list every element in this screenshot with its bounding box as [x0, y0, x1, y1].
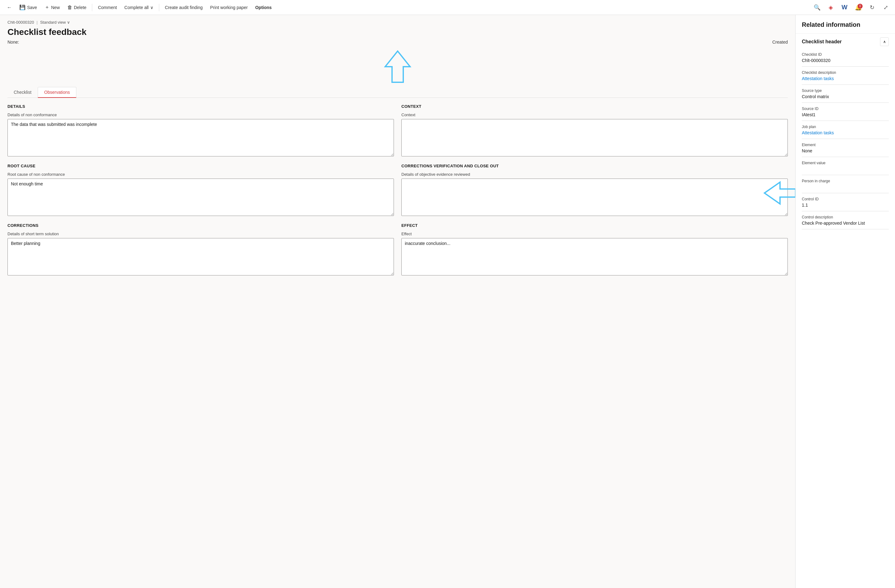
panel-field-value-4[interactable]: Attestation tasks	[802, 130, 889, 139]
tabs: Checklist Observations	[8, 87, 788, 98]
status-value: Created	[772, 39, 788, 45]
context-field-row: Context	[401, 112, 788, 158]
effect-textarea[interactable]	[401, 238, 788, 276]
corrections-verify-textarea[interactable]	[401, 179, 788, 216]
comment-button[interactable]: Comment	[95, 3, 120, 12]
search-icon: 🔍	[814, 4, 821, 11]
panel-section-header: Checklist header ∧	[796, 34, 895, 50]
tab-observations[interactable]: Observations	[38, 87, 76, 98]
breadcrumb: Chlt-00000320 | Standard view ∨	[8, 20, 788, 24]
delete-button[interactable]: 🗑 Delete	[64, 3, 90, 12]
view-label: Standard view	[40, 20, 66, 24]
delete-icon: 🗑	[67, 5, 72, 10]
breadcrumb-id: Chlt-00000320	[8, 20, 34, 24]
options-button[interactable]: Options	[252, 3, 275, 12]
breadcrumb-separator: |	[36, 20, 37, 24]
search-button[interactable]: 🔍	[812, 2, 823, 13]
corrections-field-row: Details of short term solution	[8, 232, 394, 276]
context-field-label: Context	[401, 112, 788, 117]
panel-field-label-4: Job plan	[802, 125, 889, 129]
panel-title: Related information	[802, 21, 860, 28]
form-row-3: CORRECTIONS Details of short term soluti…	[8, 223, 788, 283]
panel-field-0: Checklist IDChlt-00000320	[796, 50, 895, 68]
corrections-section-title: CORRECTIONS	[8, 223, 394, 228]
refresh-icon: ↻	[870, 4, 874, 11]
corrections-verify-field-label: Details of objective evidence reviewed	[401, 172, 788, 177]
back-icon: ←	[7, 5, 12, 10]
panel-field-value-1[interactable]: Attestation tasks	[802, 76, 889, 85]
root-cause-section-title: ROOT CAUSE	[8, 164, 394, 168]
corrections-verify-section: CORRECTIONS VERIFICATION AND CLOSE OUT D…	[401, 164, 788, 223]
panel-field-value-5: None	[802, 149, 889, 157]
details-field-label: Details of non conformance	[8, 112, 394, 117]
diamond-button[interactable]: ◈	[825, 2, 836, 13]
root-cause-field-row: Root cause of non conformance	[8, 172, 394, 217]
panel-collapse-button[interactable]: ∧	[880, 37, 889, 46]
panel-fields-container: Checklist IDChlt-00000320Checklist descr…	[796, 50, 895, 230]
svg-marker-0	[385, 51, 410, 82]
panel-field-label-5: Element	[802, 143, 889, 147]
form-row-2-wrapper: ROOT CAUSE Root cause of non conformance…	[8, 164, 788, 223]
corrections-textarea[interactable]	[8, 238, 394, 276]
panel-field-label-1: Checklist description	[802, 70, 889, 75]
new-icon: ＋	[45, 4, 50, 11]
panel-field-4: Job planAttestation tasks	[796, 122, 895, 140]
notification-badge: 0	[858, 4, 863, 9]
print-button[interactable]: Print working paper	[207, 3, 251, 12]
panel-header: Related information	[796, 15, 895, 34]
panel-field-value-3: IAtest1	[802, 112, 889, 121]
root-cause-field-label: Root cause of non conformance	[8, 172, 394, 177]
context-section: CONTEXT Context	[401, 104, 788, 164]
view-selector[interactable]: Standard view ∨	[40, 20, 70, 24]
effect-section-title: EFFECT	[401, 223, 788, 228]
word-icon: W	[842, 4, 848, 11]
details-section-title: DETAILS	[8, 104, 394, 109]
details-textarea[interactable]	[8, 119, 394, 156]
effect-field-label: Effect	[401, 232, 788, 236]
right-panel: Related information Checklist header ∧ C…	[795, 15, 895, 588]
back-button[interactable]: ←	[4, 3, 15, 12]
create-audit-button[interactable]: Create audit finding	[162, 3, 206, 12]
root-cause-textarea[interactable]	[8, 179, 394, 216]
root-cause-section: ROOT CAUSE Root cause of non conformance	[8, 164, 394, 223]
toolbar-right: 🔍 ◈ W 🔔 0 ↻ ⤢	[812, 2, 891, 13]
complete-all-button[interactable]: Complete all ∨	[121, 3, 156, 12]
save-button[interactable]: 💾 Save	[16, 3, 40, 12]
arrow-up-decoration	[384, 50, 412, 84]
save-icon: 💾	[19, 5, 26, 10]
panel-field-value-6	[802, 167, 889, 175]
panel-field-label-7: Person in charge	[802, 179, 889, 183]
page-title: Checklist feedback	[8, 27, 788, 37]
panel-field-6: Element value	[796, 158, 895, 176]
panel-field-5: ElementNone	[796, 140, 895, 158]
refresh-button[interactable]: ↻	[866, 2, 878, 13]
word-button[interactable]: W	[839, 2, 850, 13]
panel-section-title: Checklist header	[802, 39, 842, 45]
expand-icon: ⤢	[883, 4, 888, 11]
context-textarea[interactable]	[401, 119, 788, 156]
panel-field-2: Source typeControl matrix	[796, 86, 895, 104]
panel-field-3: Source IDIAtest1	[796, 104, 895, 122]
panel-field-9: Control descriptionCheck Pre-approved Ve…	[796, 212, 895, 230]
toolbar: ← 💾 Save ＋ New 🗑 Delete Comment Complete…	[0, 0, 895, 15]
diamond-icon: ◈	[828, 4, 833, 11]
status-row: None: Created	[8, 39, 788, 45]
panel-field-label-3: Source ID	[802, 106, 889, 111]
separator	[92, 4, 92, 11]
panel-field-8: Control ID1.1	[796, 194, 895, 212]
notification-wrapper: 🔔 0	[853, 2, 864, 13]
panel-field-value-0: Chlt-00000320	[802, 58, 889, 67]
panel-field-label-2: Source type	[802, 88, 889, 93]
new-button[interactable]: ＋ New	[41, 2, 63, 12]
complete-all-arrow-icon: ∨	[150, 5, 153, 10]
panel-field-value-8: 1.1	[802, 203, 889, 211]
tab-checklist[interactable]: Checklist	[8, 87, 38, 98]
form-row-1: DETAILS Details of non conformance CONTE…	[8, 104, 788, 164]
panel-field-1: Checklist descriptionAttestation tasks	[796, 68, 895, 86]
main-layout: Chlt-00000320 | Standard view ∨ Checklis…	[0, 15, 895, 588]
expand-button[interactable]: ⤢	[880, 2, 891, 13]
panel-field-label-6: Element value	[802, 161, 889, 165]
view-arrow-icon: ∨	[67, 20, 70, 24]
details-section: DETAILS Details of non conformance	[8, 104, 394, 164]
form-row-2: ROOT CAUSE Root cause of non conformance…	[8, 164, 788, 223]
